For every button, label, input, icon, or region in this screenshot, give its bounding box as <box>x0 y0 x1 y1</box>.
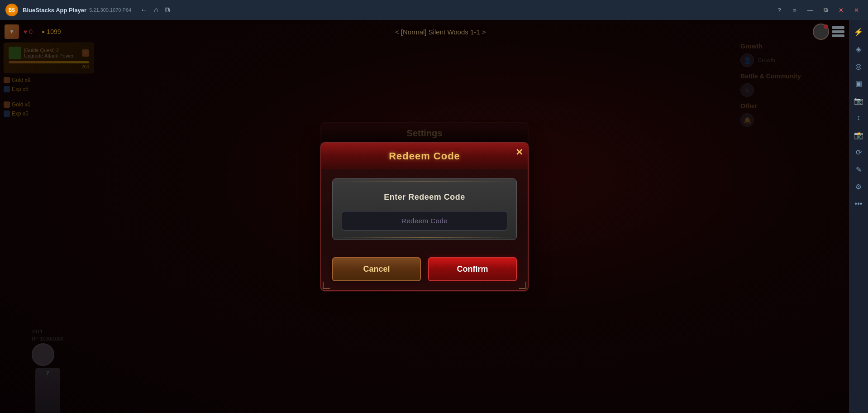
redeem-code-dialog: Redeem Code ✕ Enter Redeem Code Redeem C… <box>320 142 529 291</box>
help-button[interactable]: ? <box>773 4 786 16</box>
redeem-close-button[interactable]: ✕ <box>515 147 523 158</box>
cancel-button[interactable]: Cancel <box>332 257 421 281</box>
game-background: ▼ ♥ 0 ● 1099 < [Normal] Silent Woods 1-1… <box>0 20 849 413</box>
redeem-title: Redeem Code <box>389 150 460 162</box>
restore-button[interactable]: ⧉ <box>819 4 832 16</box>
confirm-button[interactable]: Confirm <box>428 257 517 281</box>
sidebar-btn-7[interactable]: 📸 <box>850 127 867 143</box>
redeem-input-label: Enter Redeem Code <box>342 192 507 202</box>
sidebar-btn-8[interactable]: ⟳ <box>850 144 867 160</box>
titlebar-nav: ← ⌂ ⧉ <box>140 6 170 14</box>
back-button[interactable]: ← <box>140 6 148 14</box>
sidebar-btn-3[interactable]: ◎ <box>850 58 867 74</box>
corner-bl <box>323 282 330 289</box>
sidebar-btn-9[interactable]: ✎ <box>850 161 867 178</box>
app-logo: BS <box>5 4 18 16</box>
app-version: 5.21.300.1070 P64 <box>89 7 131 13</box>
sidebar-btn-4[interactable]: ▣ <box>850 75 867 91</box>
modal-overlay: Redeem Code ✕ Enter Redeem Code Redeem C… <box>0 20 849 413</box>
minimize-button[interactable]: — <box>804 4 816 16</box>
sidebar-btn-5[interactable]: 📷 <box>850 92 867 109</box>
titlebar: BS BlueStacks App Player 5.21.300.1070 P… <box>0 0 868 20</box>
sidebar-settings[interactable]: ⚙ <box>850 178 867 195</box>
app-name: BlueStacks App Player <box>23 7 86 14</box>
redeem-placeholder: Redeem Code <box>401 217 448 225</box>
sidebar-more[interactable]: ••• <box>850 196 867 212</box>
sidebar-btn-6[interactable]: ↕ <box>850 110 867 126</box>
menu-button[interactable]: ≡ <box>788 4 801 16</box>
sidebar-btn-1[interactable]: ⚡ <box>850 24 867 40</box>
redeem-header: Redeem Code ✕ <box>321 143 528 169</box>
copy-button[interactable]: ⧉ <box>165 6 170 14</box>
redeem-code-input[interactable]: Redeem Code <box>342 211 507 231</box>
redeem-body: Enter Redeem Code Redeem Code <box>321 169 528 249</box>
redeem-input-area: Enter Redeem Code Redeem Code <box>332 178 517 240</box>
sidebar-btn-2[interactable]: ◈ <box>850 41 867 57</box>
window-controls: ? ≡ — ⧉ ✕ ✕ <box>773 4 863 16</box>
close-button-2[interactable]: ✕ <box>850 4 863 16</box>
close-button[interactable]: ✕ <box>835 4 847 16</box>
home-button[interactable]: ⌂ <box>154 6 158 14</box>
right-sidebar: ⚡ ◈ ◎ ▣ 📷 ↕ 📸 ⟳ ✎ ⚙ ••• <box>849 20 868 413</box>
corner-br <box>519 282 526 289</box>
redeem-button-row: Cancel Confirm <box>321 249 528 290</box>
